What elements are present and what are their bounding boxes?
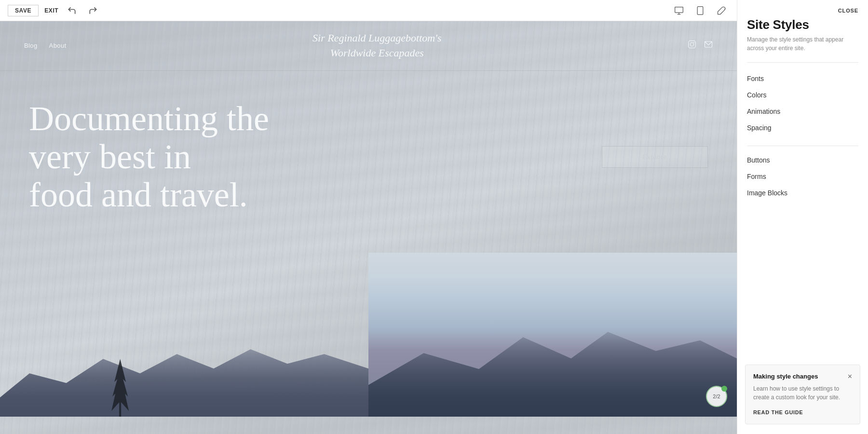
- nav-item-image-blocks[interactable]: Image Blocks: [747, 185, 858, 201]
- site-nav: Blog About: [24, 42, 67, 49]
- preview-container[interactable]: Blog About Sir Reginald Luggagebottom's …: [0, 21, 737, 434]
- helper-title: Making style changes: [753, 373, 818, 380]
- helper-close-button[interactable]: ×: [848, 373, 852, 380]
- editor-area: SAVE EXIT: [0, 0, 737, 434]
- redo-button[interactable]: [85, 3, 101, 18]
- panel-title: Site Styles: [737, 14, 868, 35]
- panel-description: Manage the style settings that appear ac…: [737, 35, 868, 62]
- site-title: Sir Reginald Luggagebottom's Worldwide E…: [67, 31, 688, 61]
- nav-item-forms[interactable]: Forms: [747, 168, 858, 185]
- desktop-view-button[interactable]: [671, 3, 687, 18]
- site-header-icons: [688, 40, 713, 51]
- svg-rect-1: [697, 6, 703, 14]
- nav-blog[interactable]: Blog: [24, 42, 38, 49]
- panel-helper: Making style changes × Learn how to use …: [745, 365, 860, 424]
- instagram-icon: [688, 40, 696, 51]
- panel-divider-2: [747, 146, 858, 146]
- nav-item-spacing[interactable]: Spacing: [747, 120, 858, 136]
- undo-button[interactable]: [64, 3, 80, 18]
- styles-icon-button[interactable]: [714, 3, 729, 18]
- svg-point-5: [694, 42, 694, 43]
- toolbar: SAVE EXIT: [0, 0, 737, 21]
- nav-item-fonts[interactable]: Fonts: [747, 70, 858, 87]
- nav-item-colors[interactable]: Colors: [747, 87, 858, 103]
- hero-cta: Explore: [602, 146, 708, 168]
- hero-heading: Documenting the very best in food and tr…: [29, 100, 338, 215]
- svg-point-4: [690, 43, 694, 47]
- explore-button[interactable]: Explore: [602, 146, 708, 168]
- panel-nav-primary: Fonts Colors Animations Spacing: [737, 63, 868, 144]
- panel-close-button[interactable]: CLOSE: [737, 0, 868, 14]
- save-button[interactable]: SAVE: [8, 5, 39, 16]
- exit-button[interactable]: EXIT: [44, 7, 58, 14]
- site-hero: Documenting the very best in food and tr…: [0, 71, 737, 253]
- styles-panel: CLOSE Site Styles Manage the style setti…: [737, 0, 868, 434]
- image-block-left: [0, 253, 368, 417]
- svg-rect-0: [675, 7, 683, 13]
- svg-rect-3: [689, 41, 696, 48]
- mobile-view-button[interactable]: [692, 3, 708, 18]
- email-icon: [704, 40, 713, 51]
- panel-nav-secondary: Buttons Forms Image Blocks: [737, 150, 868, 209]
- helper-link[interactable]: READ THE GUIDE: [753, 409, 803, 415]
- image-grid: 2/2: [0, 253, 737, 417]
- helper-text: Learn how to use style settings to creat…: [753, 384, 852, 402]
- helper-header: Making style changes ×: [753, 373, 852, 380]
- hero-text: Documenting the very best in food and tr…: [29, 100, 602, 215]
- page-counter: 2/2: [706, 386, 727, 407]
- nav-item-animations[interactable]: Animations: [747, 103, 858, 120]
- image-block-right: 2/2: [368, 253, 737, 417]
- nav-item-buttons[interactable]: Buttons: [747, 152, 858, 168]
- site-header: Blog About Sir Reginald Luggagebottom's …: [0, 21, 737, 71]
- nav-about[interactable]: About: [49, 42, 67, 49]
- site-preview: Blog About Sir Reginald Luggagebottom's …: [0, 21, 737, 434]
